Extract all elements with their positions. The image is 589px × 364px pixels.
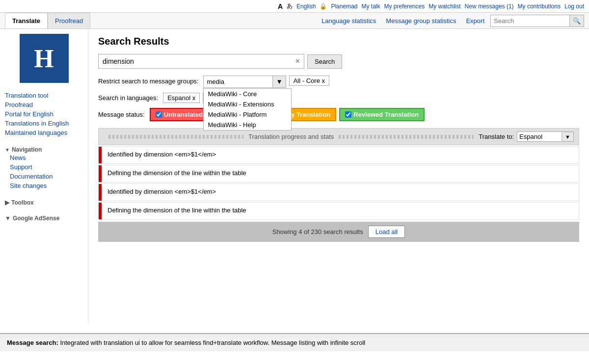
search-button[interactable]: Search: [307, 54, 342, 69]
bottom-bar: Message search: Integrated with translat…: [0, 333, 589, 351]
sidebar-item-maintained-languages[interactable]: Maintained languages: [5, 128, 83, 137]
result-text: Defining the dimension of the line withi…: [102, 165, 579, 182]
status-reviewed-label: Reviewed Translation: [353, 111, 419, 118]
new-messages-link[interactable]: New messages (1): [465, 3, 514, 10]
header-actions: Language statistics Message group statis…: [318, 14, 584, 27]
lang-row: Search in languages: Espanol x English x…: [98, 93, 579, 103]
sidebar: H Translation tool Proofread Portal for …: [0, 29, 88, 323]
header-tabs: Translate Proofread: [5, 13, 90, 28]
logo-box: H: [20, 34, 69, 83]
navigation-title[interactable]: ▼ Navigation: [5, 146, 83, 153]
message-group-statistics-link[interactable]: Message group statistics: [382, 14, 460, 27]
result-item[interactable]: Defining the dimension of the line withi…: [98, 165, 579, 182]
status-untranslated[interactable]: Untranslated: [150, 108, 209, 121]
tab-proofread[interactable]: Proofread: [48, 13, 90, 28]
font-size-icon: A: [278, 2, 283, 10]
dropdown-input[interactable]: [204, 76, 272, 87]
result-text: Defining the dimension of the line withi…: [102, 203, 579, 219]
search-input[interactable]: [99, 54, 292, 68]
export-link[interactable]: Export: [462, 14, 488, 27]
result-item[interactable]: Defining the dimension of the line withi…: [98, 202, 579, 220]
status-label: Message status:: [98, 111, 145, 118]
my-talk-link[interactable]: My talk: [361, 3, 380, 10]
progress-bar: [108, 135, 243, 139]
dropdown-list: MediaWiki - Core MediaWiki - Extensions …: [203, 88, 292, 130]
lang-icon: あ: [287, 2, 293, 10]
translate-to-row: Translate to: Espanol ▼: [479, 131, 574, 142]
main-content: Search Results × Search Restrict search …: [88, 29, 589, 323]
page-title: Search Results: [98, 36, 579, 47]
translate-select-wrapper: Espanol ▼: [517, 131, 574, 142]
language-link[interactable]: English: [296, 3, 316, 10]
adsense-label: Google AdSense: [13, 215, 60, 222]
sidebar-item-support[interactable]: Support: [5, 162, 83, 172]
header-search: 🔍: [490, 15, 584, 27]
translate-select-arrow-icon: ▼: [562, 133, 573, 141]
log-out-link[interactable]: Log out: [564, 3, 584, 10]
layout: H Translation tool Proofread Portal for …: [0, 29, 589, 323]
my-preferences-link[interactable]: My preferences: [384, 3, 425, 10]
load-all-button[interactable]: Load all: [368, 226, 405, 238]
results-footer: Showing 4 of 230 search results Load all: [98, 222, 579, 242]
result-item[interactable]: Identified by dimension <em>$1</em>: [98, 183, 579, 201]
progress-bar-right: [339, 135, 474, 139]
navigation-arrow-icon: ▼: [5, 147, 10, 153]
restrict-label: Restrict search to message groups:: [98, 76, 198, 85]
sidebar-item-news[interactable]: News: [5, 153, 83, 162]
header-nav: Translate Proofread Language statistics …: [0, 13, 589, 29]
adsense-title[interactable]: ▼ Google AdSense: [5, 215, 83, 222]
toolbox-arrow-icon: ▶: [5, 199, 9, 206]
navigation-label: Navigation: [12, 146, 42, 153]
my-contributions-link[interactable]: My contributions: [518, 3, 561, 10]
sidebar-item-documentation[interactable]: Documentation: [5, 172, 83, 181]
sidebar-navigation: ▼ Navigation News Support Documentation …: [0, 144, 88, 192]
dropdown-item-extensions[interactable]: MediaWiki - Extensions: [204, 99, 291, 109]
sidebar-item-translation-tool[interactable]: Translation tool: [5, 91, 83, 100]
footer-description: Integrated with translation ui to allow …: [60, 339, 365, 346]
sidebar-adsense: ▼ Google AdSense: [0, 213, 88, 224]
search-input-wrapper: ×: [98, 54, 304, 69]
sidebar-item-proofread[interactable]: Proofread: [5, 100, 83, 109]
status-untranslated-checkbox[interactable]: [156, 111, 162, 118]
top-bar: A あ English 🔒 Planemad My talk My prefer…: [0, 0, 589, 13]
header-search-button[interactable]: 🔍: [569, 15, 584, 26]
status-reviewed[interactable]: Reviewed Translation: [339, 108, 425, 121]
result-text: Identified by dimension <em>$1</em>: [102, 184, 579, 201]
search-box-container: × Search: [98, 54, 579, 69]
result-item[interactable]: Identified by dimension <em>$1</em>: [98, 146, 579, 164]
status-untranslated-label: Untranslated: [164, 111, 203, 118]
dropdown-item-platform[interactable]: MediaWiki - Platform: [204, 109, 291, 120]
restrict-row: Restrict search to message groups: ▼ Med…: [98, 76, 579, 88]
all-core-badge[interactable]: All - Core x: [289, 76, 329, 86]
message-group-dropdown: ▼ MediaWiki - Core MediaWiki - Extension…: [203, 76, 286, 88]
header-search-input[interactable]: [491, 15, 569, 26]
dropdown-item-help[interactable]: MediaWiki - Help: [204, 120, 291, 130]
toolbox-title[interactable]: ▶ Toolbox: [5, 199, 83, 206]
sidebar-item-portal-english[interactable]: Portal for English: [5, 109, 83, 119]
dropdown-item-core[interactable]: MediaWiki - Core: [204, 89, 291, 99]
dropdown-arrow-button[interactable]: ▼: [272, 76, 285, 87]
dropdown-input-row: ▼: [203, 76, 286, 88]
sidebar-toolbox: ▶ Toolbox: [0, 197, 88, 208]
my-watchlist-link[interactable]: My watchlist: [428, 3, 460, 10]
lang-tag-espanol[interactable]: Espanol x: [163, 93, 200, 103]
sidebar-item-translations-english[interactable]: Translations in English: [5, 119, 83, 128]
status-reviewed-checkbox[interactable]: [345, 111, 351, 118]
lang-label: Search in languages:: [98, 94, 158, 102]
logo-container: H: [0, 34, 88, 83]
progress-bar-label: Translation progress and stats: [248, 133, 334, 140]
translate-to-label: Translate to:: [479, 133, 514, 140]
footer-message-label: Message search:: [7, 339, 58, 346]
translate-to-select[interactable]: Espanol: [517, 132, 562, 141]
language-statistics-link[interactable]: Language statistics: [318, 14, 380, 27]
logo-h: H: [34, 44, 54, 73]
user-lock-icon: 🔒: [320, 3, 327, 10]
sidebar-links: Translation tool Proofread Portal for En…: [0, 89, 88, 139]
restrict-controls: ▼ MediaWiki - Core MediaWiki - Extension…: [203, 76, 329, 88]
search-clear-button[interactable]: ×: [292, 55, 304, 68]
sidebar-item-site-changes[interactable]: Site changes: [5, 181, 83, 190]
username-link[interactable]: Planemad: [331, 3, 357, 10]
tab-translate[interactable]: Translate: [5, 13, 48, 28]
adsense-arrow-icon: ▼: [5, 215, 11, 222]
status-row: Message status: Untranslated Outdated Fu…: [98, 108, 579, 121]
